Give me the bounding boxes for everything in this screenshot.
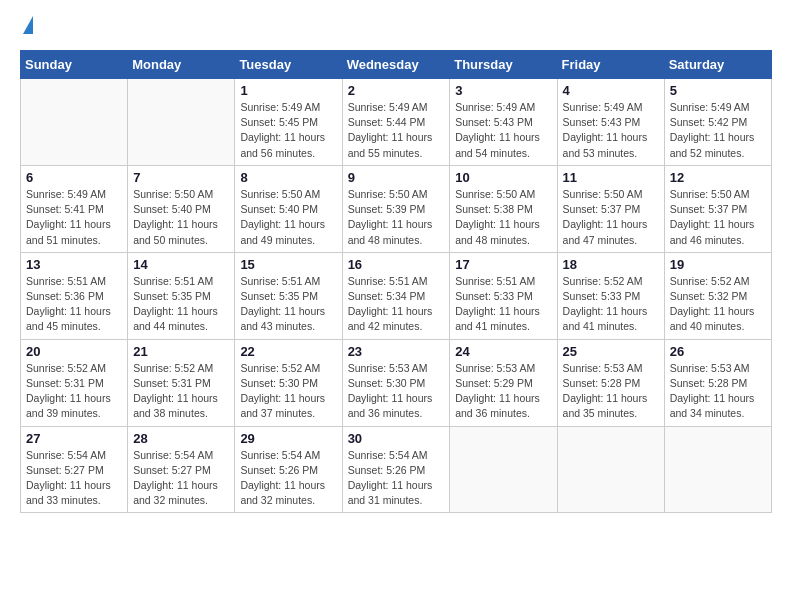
calendar-cell: 26Sunrise: 5:53 AM Sunset: 5:28 PM Dayli…	[664, 339, 771, 426]
calendar-cell: 24Sunrise: 5:53 AM Sunset: 5:29 PM Dayli…	[450, 339, 557, 426]
day-info: Sunrise: 5:51 AM Sunset: 5:33 PM Dayligh…	[455, 274, 551, 335]
weekday-header-saturday: Saturday	[664, 51, 771, 79]
day-info: Sunrise: 5:50 AM Sunset: 5:39 PM Dayligh…	[348, 187, 445, 248]
day-info: Sunrise: 5:50 AM Sunset: 5:40 PM Dayligh…	[240, 187, 336, 248]
day-info: Sunrise: 5:52 AM Sunset: 5:31 PM Dayligh…	[133, 361, 229, 422]
calendar-cell: 19Sunrise: 5:52 AM Sunset: 5:32 PM Dayli…	[664, 252, 771, 339]
logo-triangle-icon	[23, 16, 33, 34]
day-info: Sunrise: 5:51 AM Sunset: 5:35 PM Dayligh…	[240, 274, 336, 335]
day-number: 5	[670, 83, 766, 98]
day-info: Sunrise: 5:54 AM Sunset: 5:26 PM Dayligh…	[240, 448, 336, 509]
day-number: 10	[455, 170, 551, 185]
day-number: 28	[133, 431, 229, 446]
calendar-cell: 9Sunrise: 5:50 AM Sunset: 5:39 PM Daylig…	[342, 165, 450, 252]
day-number: 6	[26, 170, 122, 185]
weekday-header-thursday: Thursday	[450, 51, 557, 79]
day-info: Sunrise: 5:52 AM Sunset: 5:33 PM Dayligh…	[563, 274, 659, 335]
weekday-header-friday: Friday	[557, 51, 664, 79]
day-number: 25	[563, 344, 659, 359]
calendar-cell: 21Sunrise: 5:52 AM Sunset: 5:31 PM Dayli…	[128, 339, 235, 426]
day-number: 11	[563, 170, 659, 185]
day-number: 26	[670, 344, 766, 359]
calendar-cell	[450, 426, 557, 513]
calendar-cell: 25Sunrise: 5:53 AM Sunset: 5:28 PM Dayli…	[557, 339, 664, 426]
calendar-cell: 12Sunrise: 5:50 AM Sunset: 5:37 PM Dayli…	[664, 165, 771, 252]
calendar-cell: 13Sunrise: 5:51 AM Sunset: 5:36 PM Dayli…	[21, 252, 128, 339]
weekday-header-tuesday: Tuesday	[235, 51, 342, 79]
calendar-week-1: 1Sunrise: 5:49 AM Sunset: 5:45 PM Daylig…	[21, 79, 772, 166]
day-info: Sunrise: 5:50 AM Sunset: 5:38 PM Dayligh…	[455, 187, 551, 248]
calendar-cell: 27Sunrise: 5:54 AM Sunset: 5:27 PM Dayli…	[21, 426, 128, 513]
day-info: Sunrise: 5:49 AM Sunset: 5:44 PM Dayligh…	[348, 100, 445, 161]
day-number: 7	[133, 170, 229, 185]
day-info: Sunrise: 5:52 AM Sunset: 5:31 PM Dayligh…	[26, 361, 122, 422]
calendar-week-4: 20Sunrise: 5:52 AM Sunset: 5:31 PM Dayli…	[21, 339, 772, 426]
day-info: Sunrise: 5:54 AM Sunset: 5:27 PM Dayligh…	[26, 448, 122, 509]
calendar-cell: 3Sunrise: 5:49 AM Sunset: 5:43 PM Daylig…	[450, 79, 557, 166]
day-number: 29	[240, 431, 336, 446]
calendar-cell: 14Sunrise: 5:51 AM Sunset: 5:35 PM Dayli…	[128, 252, 235, 339]
day-number: 15	[240, 257, 336, 272]
calendar-cell: 18Sunrise: 5:52 AM Sunset: 5:33 PM Dayli…	[557, 252, 664, 339]
day-number: 8	[240, 170, 336, 185]
day-number: 3	[455, 83, 551, 98]
day-number: 23	[348, 344, 445, 359]
calendar-cell	[664, 426, 771, 513]
day-number: 1	[240, 83, 336, 98]
calendar-cell: 15Sunrise: 5:51 AM Sunset: 5:35 PM Dayli…	[235, 252, 342, 339]
calendar-cell	[21, 79, 128, 166]
day-info: Sunrise: 5:53 AM Sunset: 5:28 PM Dayligh…	[563, 361, 659, 422]
day-info: Sunrise: 5:51 AM Sunset: 5:34 PM Dayligh…	[348, 274, 445, 335]
day-number: 13	[26, 257, 122, 272]
calendar-cell: 20Sunrise: 5:52 AM Sunset: 5:31 PM Dayli…	[21, 339, 128, 426]
weekday-header-row: SundayMondayTuesdayWednesdayThursdayFrid…	[21, 51, 772, 79]
day-info: Sunrise: 5:49 AM Sunset: 5:41 PM Dayligh…	[26, 187, 122, 248]
day-info: Sunrise: 5:51 AM Sunset: 5:35 PM Dayligh…	[133, 274, 229, 335]
calendar-cell: 6Sunrise: 5:49 AM Sunset: 5:41 PM Daylig…	[21, 165, 128, 252]
calendar-cell: 2Sunrise: 5:49 AM Sunset: 5:44 PM Daylig…	[342, 79, 450, 166]
day-number: 20	[26, 344, 122, 359]
day-number: 24	[455, 344, 551, 359]
day-number: 21	[133, 344, 229, 359]
calendar-cell: 28Sunrise: 5:54 AM Sunset: 5:27 PM Dayli…	[128, 426, 235, 513]
day-info: Sunrise: 5:49 AM Sunset: 5:43 PM Dayligh…	[563, 100, 659, 161]
day-info: Sunrise: 5:53 AM Sunset: 5:29 PM Dayligh…	[455, 361, 551, 422]
calendar-week-3: 13Sunrise: 5:51 AM Sunset: 5:36 PM Dayli…	[21, 252, 772, 339]
calendar-cell: 10Sunrise: 5:50 AM Sunset: 5:38 PM Dayli…	[450, 165, 557, 252]
day-number: 19	[670, 257, 766, 272]
day-number: 2	[348, 83, 445, 98]
day-number: 16	[348, 257, 445, 272]
calendar-cell: 5Sunrise: 5:49 AM Sunset: 5:42 PM Daylig…	[664, 79, 771, 166]
header	[20, 20, 772, 34]
day-info: Sunrise: 5:54 AM Sunset: 5:27 PM Dayligh…	[133, 448, 229, 509]
logo	[20, 20, 33, 34]
day-info: Sunrise: 5:51 AM Sunset: 5:36 PM Dayligh…	[26, 274, 122, 335]
day-info: Sunrise: 5:52 AM Sunset: 5:30 PM Dayligh…	[240, 361, 336, 422]
calendar-cell: 11Sunrise: 5:50 AM Sunset: 5:37 PM Dayli…	[557, 165, 664, 252]
day-number: 14	[133, 257, 229, 272]
day-number: 9	[348, 170, 445, 185]
day-info: Sunrise: 5:49 AM Sunset: 5:42 PM Dayligh…	[670, 100, 766, 161]
day-number: 30	[348, 431, 445, 446]
calendar-cell: 29Sunrise: 5:54 AM Sunset: 5:26 PM Dayli…	[235, 426, 342, 513]
calendar-cell: 16Sunrise: 5:51 AM Sunset: 5:34 PM Dayli…	[342, 252, 450, 339]
day-info: Sunrise: 5:50 AM Sunset: 5:37 PM Dayligh…	[670, 187, 766, 248]
calendar-body: 1Sunrise: 5:49 AM Sunset: 5:45 PM Daylig…	[21, 79, 772, 513]
calendar-table: SundayMondayTuesdayWednesdayThursdayFrid…	[20, 50, 772, 513]
day-number: 27	[26, 431, 122, 446]
calendar-cell: 22Sunrise: 5:52 AM Sunset: 5:30 PM Dayli…	[235, 339, 342, 426]
weekday-header-monday: Monday	[128, 51, 235, 79]
calendar-cell: 7Sunrise: 5:50 AM Sunset: 5:40 PM Daylig…	[128, 165, 235, 252]
calendar-week-2: 6Sunrise: 5:49 AM Sunset: 5:41 PM Daylig…	[21, 165, 772, 252]
calendar-cell: 1Sunrise: 5:49 AM Sunset: 5:45 PM Daylig…	[235, 79, 342, 166]
day-number: 12	[670, 170, 766, 185]
day-number: 22	[240, 344, 336, 359]
day-info: Sunrise: 5:50 AM Sunset: 5:37 PM Dayligh…	[563, 187, 659, 248]
day-number: 4	[563, 83, 659, 98]
calendar-cell: 8Sunrise: 5:50 AM Sunset: 5:40 PM Daylig…	[235, 165, 342, 252]
calendar-cell	[557, 426, 664, 513]
day-info: Sunrise: 5:49 AM Sunset: 5:45 PM Dayligh…	[240, 100, 336, 161]
day-info: Sunrise: 5:49 AM Sunset: 5:43 PM Dayligh…	[455, 100, 551, 161]
day-info: Sunrise: 5:52 AM Sunset: 5:32 PM Dayligh…	[670, 274, 766, 335]
calendar-cell: 4Sunrise: 5:49 AM Sunset: 5:43 PM Daylig…	[557, 79, 664, 166]
